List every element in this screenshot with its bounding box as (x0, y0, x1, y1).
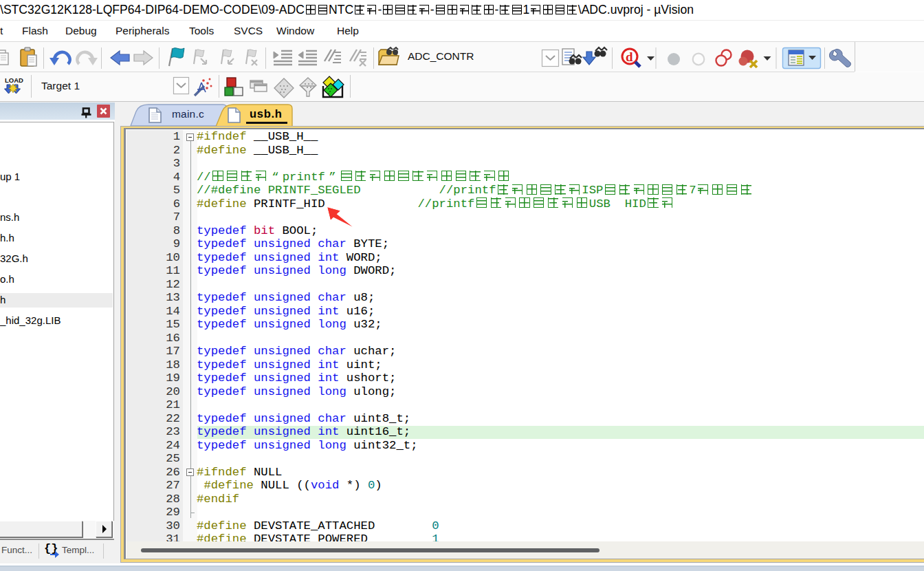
svg-text:d: d (626, 50, 633, 64)
svg-text:LOAD: LOAD (5, 76, 23, 84)
